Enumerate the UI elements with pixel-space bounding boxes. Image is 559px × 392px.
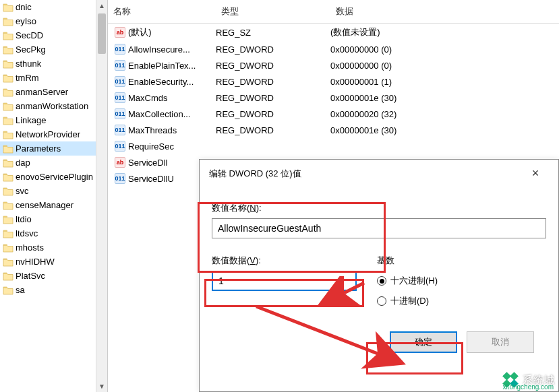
- tree-item-ltdio[interactable]: ltdio: [0, 212, 107, 226]
- reg-dword-icon: 011: [115, 125, 125, 135]
- tree-item-anmanserver[interactable]: anmanServer: [0, 85, 107, 99]
- value-name: EnablePlainTex...: [128, 61, 196, 71]
- value-name: MaxCmds: [128, 93, 168, 103]
- list-row[interactable]: 011EnableSecurity...REG_DWORD0x00000001 …: [108, 73, 559, 90]
- folder-icon: [3, 172, 13, 182]
- value-name: RequireSec: [128, 141, 174, 152]
- reg-dword-icon: 011: [115, 44, 125, 55]
- folder-icon: [3, 243, 13, 253]
- radio-hex[interactable]: 十六进制(H): [377, 271, 546, 291]
- folder-icon: [3, 102, 13, 111]
- folder-icon: [3, 45, 13, 55]
- tree-item-sa[interactable]: sa: [0, 283, 107, 297]
- tree-item-label: ltdio: [16, 214, 32, 224]
- scroll-thumb[interactable]: [98, 13, 106, 54]
- value-data: (数值未设置): [330, 26, 559, 38]
- tree-item-label: censeManager: [16, 200, 73, 210]
- list-row[interactable]: 011RequireSec: [108, 138, 559, 154]
- tree-scrollbar[interactable]: ▲ ▼: [96, 0, 107, 392]
- folder-icon: [3, 187, 13, 196]
- edit-dword-dialog: 编辑 DWORD (32 位)值 × 数值名称(N): 数值数据(V): 基数 …: [199, 159, 559, 392]
- tree-item-platsvc[interactable]: PlatSvc: [0, 269, 107, 283]
- scroll-up-icon[interactable]: ▲: [96, 0, 107, 11]
- reg-dword-icon: 011: [115, 173, 125, 184]
- tree-item-label: dnic: [16, 2, 32, 12]
- folder-icon: [3, 144, 13, 154]
- col-header-name[interactable]: 名称: [108, 3, 216, 20]
- folder-icon: [3, 59, 13, 69]
- list-row[interactable]: 011MaxCmdsREG_DWORD0x0000001e (30): [108, 90, 559, 106]
- value-type: REG_DWORD: [216, 61, 330, 71]
- tree-item-censemanager[interactable]: censeManager: [0, 198, 107, 212]
- folder-icon: [3, 229, 13, 238]
- radio-dec[interactable]: 十进制(D): [377, 291, 546, 311]
- tree-item-eyiso[interactable]: eyIso: [0, 14, 107, 28]
- tree-item-secdd[interactable]: SecDD: [0, 28, 107, 42]
- tree-item-label: sthunk: [16, 59, 41, 69]
- list-row[interactable]: 011EnablePlainTex...REG_DWORD0x00000000 …: [108, 57, 559, 73]
- folder-icon: [3, 3, 13, 12]
- value-data-label: 数值数据(V):: [212, 255, 357, 267]
- tree-item-label: anmanWorkstation: [16, 101, 88, 111]
- tree-item-ltdsvc[interactable]: ltdsvc: [0, 226, 107, 240]
- tree-item-sthunk[interactable]: sthunk: [0, 57, 107, 71]
- tree-item-dap[interactable]: dap: [0, 156, 107, 170]
- folder-icon: [3, 158, 13, 168]
- col-header-data[interactable]: 数据: [330, 3, 559, 20]
- tree-item-label: nvHIDHW: [16, 257, 55, 267]
- value-name: MaxThreads: [128, 125, 177, 135]
- folder-icon: [3, 201, 13, 210]
- tree-item-label: ltdsvc: [16, 228, 38, 238]
- tree-item-enovoserviceplugin[interactable]: enovoServicePlugin: [0, 170, 107, 184]
- close-icon[interactable]: ×: [522, 166, 549, 181]
- tree-item-tmrm[interactable]: tmRm: [0, 71, 107, 85]
- value-name: ServiceDll: [128, 158, 168, 168]
- tree-item-networkprovider[interactable]: NetworkProvider: [0, 127, 107, 141]
- cancel-button[interactable]: 取消: [467, 331, 534, 353]
- folder-icon: [3, 31, 13, 40]
- list-row[interactable]: 011MaxCollection...REG_DWORD0x00000020 (…: [108, 106, 559, 122]
- list-row[interactable]: 011AllowInsecure...REG_DWORD0x00000000 (…: [108, 41, 559, 57]
- value-name-field[interactable]: [212, 218, 546, 238]
- tree-item-label: anmanServer: [16, 87, 68, 97]
- tree-item-nvhidhw[interactable]: nvHIDHW: [0, 255, 107, 269]
- col-header-type[interactable]: 类型: [216, 3, 330, 20]
- scroll-down-icon[interactable]: ▼: [96, 381, 107, 392]
- radio-hex-icon: [377, 276, 386, 286]
- base-label: 基数: [377, 255, 546, 267]
- value-name: ServiceDllU: [128, 174, 174, 184]
- folder-icon: [3, 116, 13, 125]
- radio-dec-icon: [377, 296, 386, 306]
- tree-item-label: svc: [16, 186, 29, 196]
- tree-item-linkage[interactable]: Linkage: [0, 113, 107, 127]
- value-type: REG_SZ: [216, 28, 330, 38]
- reg-dword-icon: 011: [115, 108, 125, 119]
- reg-string-icon: ab: [115, 157, 125, 168]
- tree-item-label: NetworkProvider: [16, 129, 80, 139]
- tree-item-secpkg[interactable]: SecPkg: [0, 42, 107, 57]
- reg-dword-icon: 011: [115, 92, 125, 103]
- folder-icon: [3, 130, 13, 139]
- svg-rect-2: [502, 372, 511, 381]
- tree-item-label: enovoServicePlugin: [16, 172, 93, 182]
- value-type: REG_DWORD: [216, 125, 330, 135]
- tree-item-label: eyIso: [16, 16, 36, 26]
- tree-item-dnic[interactable]: dnic: [0, 0, 107, 14]
- tree-item-parameters[interactable]: Parameters: [0, 141, 107, 156]
- value-type: REG_DWORD: [216, 109, 330, 119]
- tree-item-svc[interactable]: svc: [0, 184, 107, 198]
- list-row[interactable]: ab(默认)REG_SZ(数值未设置): [108, 24, 559, 41]
- folder-icon: [3, 88, 13, 97]
- tree-item-mhosts[interactable]: mhosts: [0, 240, 107, 255]
- watermark-url: xitongcheng.com: [502, 383, 554, 391]
- value-type: REG_DWORD: [216, 93, 330, 103]
- reg-string-icon: ab: [115, 27, 125, 38]
- value-data-field[interactable]: [212, 271, 357, 291]
- folder-icon: [3, 286, 13, 295]
- value-name: MaxCollection...: [128, 109, 190, 119]
- tree-item-anmanworkstation[interactable]: anmanWorkstation: [0, 99, 107, 113]
- tree-item-label: Linkage: [16, 115, 47, 125]
- list-row[interactable]: 011MaxThreadsREG_DWORD0x0000001e (30): [108, 122, 559, 138]
- ok-button[interactable]: 确定: [390, 331, 457, 353]
- tree-item-label: tmRm: [16, 73, 39, 83]
